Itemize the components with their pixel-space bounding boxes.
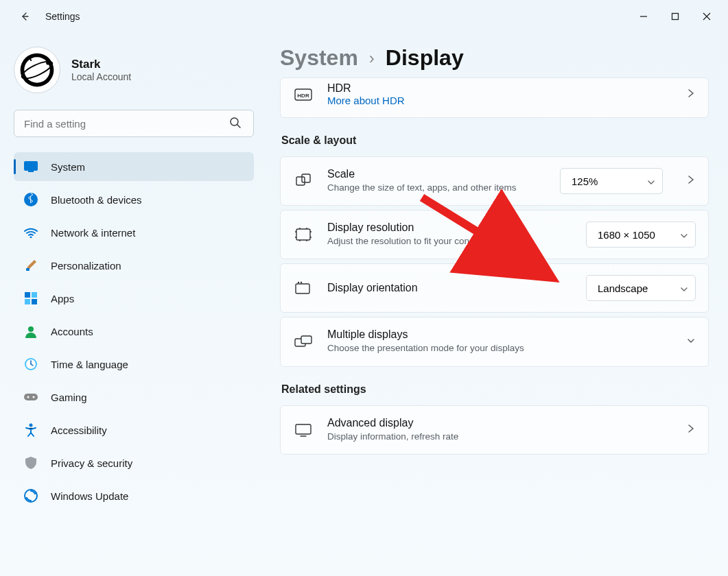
svg-point-4	[46, 61, 50, 65]
advanced-subtitle: Display information, refresh rate	[327, 431, 672, 443]
svg-rect-18	[24, 394, 38, 400]
svg-rect-32	[301, 336, 312, 344]
resolution-icon	[293, 227, 314, 242]
scale-subtitle: Change the size of text, apps, and other…	[327, 182, 546, 194]
sidebar-item-apps[interactable]: Apps	[14, 284, 254, 313]
resolution-card[interactable]: Display resolution Adjust the resolution…	[280, 210, 709, 259]
apps-icon	[23, 291, 38, 306]
minimize-button[interactable]	[628, 5, 659, 27]
user-name: Stark	[71, 58, 131, 71]
chevron-right-icon	[686, 424, 696, 436]
scale-value: 125%	[572, 176, 598, 187]
user-subtitle: Local Account	[71, 71, 131, 82]
svg-rect-33	[296, 424, 311, 434]
chevron-down-icon	[680, 284, 688, 296]
maximize-icon	[671, 12, 679, 21]
svg-text:HDR: HDR	[297, 92, 309, 98]
minimize-icon	[639, 12, 648, 21]
update-icon	[23, 488, 38, 503]
sidebar-item-label: Time & language	[51, 359, 128, 370]
svg-rect-25	[296, 177, 305, 185]
multiple-displays-card[interactable]: Multiple displays Choose the presentatio…	[280, 317, 709, 366]
hdr-link[interactable]: More about HDR	[327, 95, 672, 106]
maximize-button[interactable]	[659, 5, 691, 27]
orientation-card[interactable]: Display orientation Landscape	[280, 263, 709, 313]
svg-rect-26	[302, 174, 310, 182]
sidebar-item-label: Windows Update	[51, 490, 128, 502]
svg-rect-12	[32, 292, 37, 298]
sidebar-item-label: Bluetooth & devices	[51, 194, 142, 206]
resolution-title: Display resolution	[327, 221, 572, 234]
advanced-display-card[interactable]: Advanced display Display information, re…	[280, 405, 709, 455]
accessibility-icon	[23, 422, 38, 437]
breadcrumb-parent[interactable]: System	[280, 45, 358, 71]
chevron-down-icon	[686, 336, 696, 348]
sidebar-item-label: Accessibility	[51, 424, 107, 436]
sidebar-item-bluetooth[interactable]: Bluetooth & devices	[14, 185, 254, 214]
svg-point-21	[30, 424, 33, 427]
breadcrumb-current: Display	[386, 45, 464, 71]
monitor-icon	[293, 423, 314, 437]
sidebar-item-time[interactable]: Time & language	[14, 350, 254, 379]
sidebar-item-label: Personalization	[51, 260, 121, 272]
advanced-title: Advanced display	[327, 417, 672, 429]
sidebar-item-label: Apps	[51, 293, 74, 304]
arrow-left-icon	[19, 11, 30, 22]
orientation-value: Landscape	[598, 283, 648, 294]
orientation-title: Display orientation	[327, 282, 572, 294]
sidebar-item-label: Network & internet	[51, 227, 135, 239]
chevron-right-icon	[686, 88, 696, 101]
sidebar-item-privacy[interactable]: Privacy & security	[14, 448, 254, 477]
sidebar-item-label: Privacy & security	[51, 457, 132, 469]
window-title: Settings	[45, 11, 80, 22]
brush-icon	[23, 258, 38, 273]
chevron-right-icon: ›	[369, 49, 375, 68]
nav: System Bluetooth & devices Network & int…	[14, 152, 254, 510]
svg-point-15	[28, 326, 34, 332]
scale-card[interactable]: Scale Change the size of text, apps, and…	[280, 156, 709, 206]
bluetooth-icon	[23, 192, 38, 207]
search-icon[interactable]	[229, 117, 242, 132]
sidebar: Stark Local Account System Bluetooth & d…	[0, 33, 261, 576]
sidebar-item-accounts[interactable]: Accounts	[14, 317, 254, 346]
svg-rect-6	[24, 161, 38, 171]
orientation-icon	[293, 281, 314, 295]
hdr-title: HDR	[327, 82, 672, 95]
resolution-dropdown[interactable]: 1680 × 1050	[586, 221, 696, 248]
scale-dropdown[interactable]: 125%	[560, 168, 663, 194]
multiple-title: Multiple displays	[327, 328, 672, 341]
shield-icon	[23, 455, 38, 470]
orientation-dropdown[interactable]: Landscape	[586, 275, 696, 301]
sidebar-item-update[interactable]: Windows Update	[14, 481, 254, 510]
sidebar-item-network[interactable]: Network & internet	[14, 218, 254, 247]
svg-point-19	[27, 396, 30, 398]
back-button[interactable]	[14, 5, 36, 27]
system-icon	[23, 159, 38, 174]
svg-rect-28	[296, 284, 309, 293]
close-icon	[703, 12, 711, 21]
gamepad-icon	[23, 389, 38, 405]
titlebar: Settings	[0, 0, 728, 33]
svg-rect-11	[25, 292, 30, 298]
sidebar-item-gaming[interactable]: Gaming	[14, 383, 254, 411]
svg-point-2	[24, 57, 50, 83]
sidebar-item-personalization[interactable]: Personalization	[14, 251, 254, 280]
scale-title: Scale	[327, 168, 546, 180]
wifi-icon	[23, 225, 38, 240]
multiple-displays-icon	[293, 335, 314, 349]
search-input[interactable]	[14, 110, 254, 137]
svg-rect-13	[25, 299, 30, 304]
sidebar-item-system[interactable]: System	[14, 152, 254, 181]
svg-rect-7	[28, 171, 34, 172]
section-related: Related settings	[281, 383, 709, 396]
svg-point-30	[301, 282, 302, 283]
sidebar-item-accessibility[interactable]: Accessibility	[14, 416, 254, 444]
sidebar-item-label: Accounts	[51, 326, 93, 337]
svg-rect-27	[296, 229, 310, 240]
resolution-value: 1680 × 1050	[598, 229, 655, 241]
close-button[interactable]	[691, 5, 723, 27]
profile[interactable]: Stark Local Account	[14, 47, 254, 93]
hdr-card[interactable]: HDR HDR More about HDR	[280, 77, 709, 118]
multiple-subtitle: Choose the presentation mode for your di…	[327, 342, 672, 355]
search-container	[14, 110, 254, 137]
